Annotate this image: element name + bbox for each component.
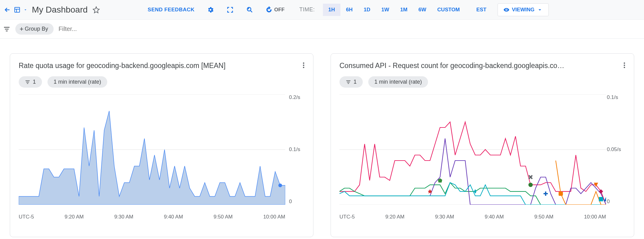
cards-row: Rate quota usage for geocoding-backend.g… — [0, 39, 644, 237]
time-btn-1h[interactable]: 1H — [323, 4, 341, 16]
svg-rect-28 — [599, 197, 603, 201]
time-btn-custom[interactable]: CUSTOM — [432, 4, 465, 16]
chart-card-request-count: Consumed API - Request count for geocodi… — [331, 53, 634, 237]
x-axis-labels: UTC-5 9:20 AM 9:30 AM 9:40 AM 9:50 AM 10… — [19, 214, 285, 220]
group-by-label: Group By — [25, 26, 48, 32]
svg-point-8 — [303, 65, 305, 66]
refresh-off-label: OFF — [274, 7, 285, 13]
action-icons-group: OFF — [207, 6, 285, 13]
svg-rect-0 — [15, 7, 20, 12]
fullscreen-icon[interactable] — [226, 6, 234, 13]
card-more-icon[interactable] — [303, 62, 305, 70]
filter-bar: + Group By — [0, 20, 644, 39]
dashboard-type-icon[interactable] — [13, 6, 21, 13]
time-range-group: 1H 6H 1D 1W 1M 6W CUSTOM — [323, 4, 465, 16]
group-by-button[interactable]: + Group By — [15, 23, 54, 35]
time-btn-6w[interactable]: 6W — [413, 4, 432, 16]
reset-zoom-icon[interactable] — [246, 6, 253, 13]
interval-label: 1 min interval (rate) — [374, 79, 422, 85]
filter-input[interactable] — [59, 25, 150, 32]
back-arrow-icon[interactable] — [4, 6, 11, 13]
filter-count-value: 1 — [354, 79, 357, 85]
star-icon[interactable] — [93, 6, 100, 13]
svg-point-18 — [624, 65, 625, 66]
svg-point-16 — [278, 184, 282, 187]
interval-chip[interactable]: 1 min interval (rate) — [47, 76, 107, 88]
card-title: Consumed API - Request count for geocodi… — [339, 62, 564, 70]
y-axis-labels: 0.2/s 0.1/s 0 — [289, 94, 300, 205]
filter-icon[interactable] — [3, 25, 10, 33]
time-label: TIME: — [299, 6, 315, 13]
timezone-button[interactable]: EST — [476, 7, 487, 13]
y-axis-labels: 0.1/s 0.05/s 0 — [607, 94, 621, 205]
chart-area-1[interactable]: 0.2/s 0.1/s 0 UTC-5 9:20 AM 9:30 AM 9:40… — [19, 94, 305, 226]
send-feedback-link[interactable]: SEND FEEDBACK — [148, 7, 195, 13]
time-btn-1d[interactable]: 1D — [358, 4, 376, 16]
time-btn-6h[interactable]: 6H — [340, 4, 358, 16]
page-title: My Dashboard — [32, 5, 88, 15]
svg-point-3 — [247, 7, 251, 11]
settings-gear-icon[interactable] — [207, 6, 214, 13]
filter-count-chip[interactable]: 1 — [339, 76, 363, 88]
chart-svg-1 — [19, 94, 285, 205]
card-title: Rate quota usage for geocoding-backend.g… — [19, 62, 225, 70]
svg-point-26 — [528, 183, 533, 187]
chart-svg-2 — [339, 94, 606, 205]
filter-count-value: 1 — [33, 79, 36, 85]
viewing-label: VIEWING — [512, 7, 535, 13]
card-more-icon[interactable] — [623, 62, 625, 70]
svg-point-17 — [624, 63, 625, 64]
top-toolbar: My Dashboard SEND FEEDBACK OFF TIME: 1H … — [0, 0, 644, 20]
svg-rect-27 — [559, 192, 563, 196]
svg-point-7 — [303, 63, 305, 64]
auto-refresh-toggle[interactable]: OFF — [266, 6, 285, 13]
filter-count-chip[interactable]: 1 — [19, 76, 42, 88]
time-btn-1m[interactable]: 1M — [395, 4, 413, 16]
chart-card-rate-quota: Rate quota usage for geocoding-backend.g… — [10, 53, 313, 237]
chart-area-2[interactable]: 0.1/s 0.05/s 0 UTC-5 9:20 AM 9:30 AM 9:4… — [339, 94, 625, 226]
x-axis-labels: UTC-5 9:20 AM 9:30 AM 9:40 AM 9:50 AM 10… — [339, 214, 606, 220]
interval-chip[interactable]: 1 min interval (rate) — [368, 76, 428, 88]
interval-label: 1 min interval (rate) — [54, 79, 101, 85]
viewing-mode-button[interactable]: VIEWING — [498, 3, 549, 16]
svg-point-9 — [303, 67, 305, 68]
chevron-down-icon[interactable] — [23, 6, 28, 13]
time-btn-1w[interactable]: 1W — [376, 4, 395, 16]
svg-point-19 — [624, 67, 625, 68]
